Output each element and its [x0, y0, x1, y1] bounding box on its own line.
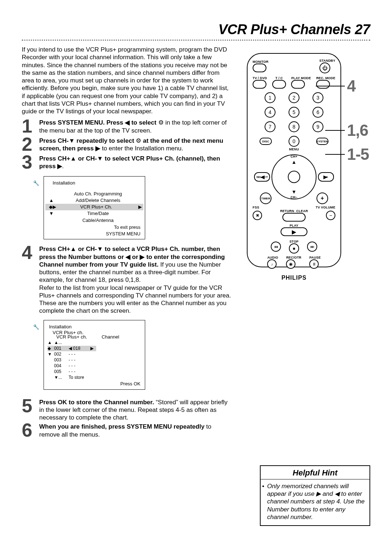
monitor-button[interactable] [253, 64, 266, 72]
fss-button[interactable]: ✖ [253, 211, 262, 220]
step2-tail: to enter the Installation menu. [102, 145, 183, 152]
tc-button[interactable] [272, 80, 286, 89]
digit-8-button[interactable]: 8 [289, 121, 299, 132]
digit-0-button[interactable]: 0 [289, 136, 299, 147]
digit-4-button[interactable]: 4 [265, 107, 275, 118]
pause-button[interactable]: ⏸ [309, 259, 319, 269]
digit-3-button[interactable]: 3 [313, 92, 323, 103]
disc-menu-button[interactable]: DISC [260, 138, 272, 145]
step-text: Press SYSTEM MENU. Press ◀ to select ⚙ i… [39, 119, 232, 134]
tvvolume-label: TV VOLUME [316, 206, 335, 209]
osd-vcrplus-chart: 🔧 Installation VCR Plus+ ch. VCR Plus+ c… [44, 320, 145, 390]
timer-button[interactable]: TIMER [260, 193, 271, 204]
digit-2-button[interactable]: 2 [289, 92, 299, 103]
digit-9-button[interactable]: 9 [313, 121, 323, 132]
osd-installation-menu: 🔧 Installation Auto Ch. Programming ▲Add… [44, 176, 145, 239]
step-number: 2 [22, 135, 35, 153]
osd-cell: 005 [54, 369, 69, 374]
right-button[interactable]: ▶ [323, 174, 327, 180]
stop-button[interactable]: ■ [289, 243, 299, 254]
chplus-button[interactable]: ▲ [291, 159, 297, 165]
play-button[interactable]: ▶ [281, 227, 307, 236]
prev-button[interactable]: ⏮ [271, 242, 281, 252]
recmode-button[interactable] [316, 80, 330, 89]
step-text: When you are finished, press SYSTEM MENU… [39, 423, 232, 438]
step-3: 3 Press CH+▲ or CH-▼ to select VCR Plus+… [22, 155, 232, 171]
brand-logo: PHILIPS [253, 275, 335, 281]
play-label: PLAY [253, 224, 335, 227]
step-2: 2 Press CH-▼ repeatedly to select ⚙ at t… [22, 137, 232, 153]
audio-button[interactable]: ♪ [267, 259, 277, 269]
step-number: 6 [22, 421, 35, 439]
standby-label: STANDBY [319, 59, 335, 62]
step3-tail: . [62, 163, 64, 170]
wrench-icon: 🔧 [33, 324, 39, 331]
recmode-label: REC. MODE [316, 76, 335, 80]
recotr-label: REC/OTR [286, 256, 301, 259]
wrench-icon: ⚙ [136, 137, 141, 144]
osd-item: Auto Ch. Programming [45, 191, 143, 197]
osd-footer: Press OK [45, 380, 143, 387]
page-title: VCR Plus+ Channels [218, 22, 351, 37]
step4-tail: If you use the Number buttons, enter the… [39, 261, 231, 315]
callout-line [325, 130, 345, 131]
osd-item: ▲Add/Delete Channels [45, 197, 143, 204]
step3-bold: Press CH+▲ or CH-▼ to select VCR Plus+ C… [39, 155, 220, 170]
digit-6-button[interactable]: 6 [313, 107, 323, 118]
instructions-column: If you intend to use the VCR Plus+ progr… [22, 46, 232, 439]
rec-button[interactable]: ◉ [286, 259, 295, 269]
osd-cell: 001 [54, 346, 69, 351]
osd-item-label: Cable/Antenna [82, 218, 114, 223]
step-number: 4 [22, 244, 35, 262]
return-clear-button[interactable] [282, 213, 306, 222]
next-button[interactable]: ⏭ [307, 242, 317, 252]
tvdvd-button[interactable] [253, 80, 266, 89]
callout-dpad: 1-5 [347, 145, 369, 163]
osd-title: Installation [45, 180, 143, 186]
intro-paragraph: If you intend to use the VCR Plus+ progr… [22, 46, 232, 115]
standby-button[interactable]: ⏻ [319, 62, 330, 73]
step-text: Press CH-▼ repeatedly to select ⚙ at the… [39, 137, 232, 153]
page-title-row: VCR Plus+ Channels 27 [22, 22, 370, 37]
step-number: 5 [22, 397, 35, 415]
plus-button[interactable]: + [317, 193, 328, 204]
osd-item-selected: ◆▶VCR Plus+ Ch.▶ [45, 204, 143, 210]
chminus-button[interactable]: ▼ [291, 189, 297, 195]
left-button[interactable]: ◀ [261, 174, 265, 180]
step1-bold: Press SYSTEM MENU. Press ◀ to select [39, 119, 156, 126]
osd-col-headers: VCR Plus+ ch. Channel [45, 334, 143, 340]
digit-1-button[interactable]: 1 [265, 92, 275, 103]
osd-table: ▲▲... ◆001◀ 018▶ ▼002- - - 003- - - 004-… [45, 340, 143, 380]
remote-column: MONITOR STANDBY ⏻ TV / DVD T / C PLAY MO… [247, 46, 367, 267]
digit-7-button[interactable]: 7 [265, 121, 275, 132]
step-number: 1 [22, 117, 35, 135]
osd-item-label: Auto Ch. Programming [74, 191, 122, 197]
osd-cell: - - - [69, 352, 90, 357]
digit-5-button[interactable]: 5 [289, 107, 299, 118]
title-divider [22, 40, 370, 41]
osd-col-label: VCR Plus+ ch. [56, 334, 87, 340]
step-1: 1 Press SYSTEM MENU. Press ◀ to select ⚙… [22, 119, 232, 135]
chplus-label: CH+ [291, 155, 298, 158]
callout-numpad: 4 [347, 77, 355, 95]
bullet-icon: • [262, 482, 264, 490]
wrench-icon: 🔧 [33, 180, 39, 187]
hint-body: • Only memorized channels will appear if… [261, 479, 369, 525]
osd-title: Installation [45, 324, 143, 330]
step2-bold-a: Press CH-▼ repeatedly to select [39, 137, 136, 144]
chminus-label: CH− [291, 195, 298, 199]
osd-cell: - - - [69, 357, 90, 363]
callout-line [316, 86, 345, 86]
tvvolume-button[interactable]: − [326, 211, 335, 220]
step-number: 3 [22, 153, 35, 171]
pause-label: PAUSE [309, 256, 320, 259]
dpad-center [288, 171, 300, 183]
step-5: 5 Press OK to store the Channel number. … [22, 398, 232, 422]
playmode-button[interactable] [291, 80, 305, 89]
system-menu-button[interactable]: SYSTEM [316, 138, 328, 145]
return-label: RETURN [280, 209, 294, 213]
wrench-icon: ⚙ [158, 119, 166, 126]
page-number: 27 [355, 22, 370, 37]
osd-footer: To exit press [45, 224, 143, 230]
osd-cell: ◀ 018 [69, 346, 90, 351]
